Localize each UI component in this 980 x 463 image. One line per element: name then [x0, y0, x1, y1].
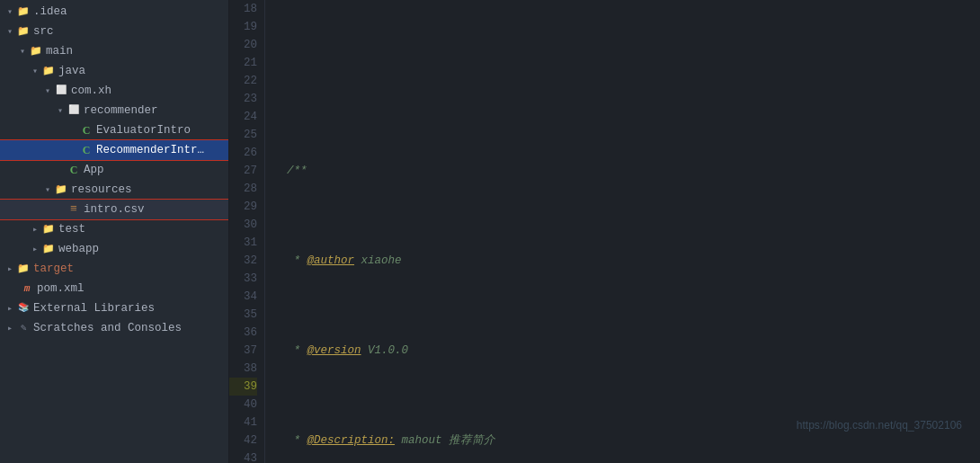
tree-item-scratches[interactable]: ✎ Scratches and Consoles	[0, 318, 228, 338]
tree-label-comxh: com.xh	[71, 85, 111, 97]
line-num-37: 37	[229, 342, 257, 360]
line-num-34: 34	[229, 288, 257, 306]
line-num-18: 18	[229, 0, 257, 18]
tree-label-pomxml: pom.xml	[37, 282, 85, 295]
tree-item-pomxml[interactable]: m pom.xml	[0, 279, 228, 298]
code-21: * @version V1.0.0	[287, 342, 408, 360]
folder-icon-resources	[54, 183, 68, 197]
code-19: /**	[287, 162, 307, 180]
code-content[interactable]: /** * @author xiaohe * @version V1.0.0 *…	[265, 0, 980, 463]
folder-icon-target: 📁	[16, 262, 31, 276]
line-num-29: 29	[229, 198, 257, 216]
line-num-24: 24	[229, 108, 257, 126]
java-icon-app: C	[67, 163, 81, 177]
code-area[interactable]: 18 19 20 21 22 23 24 25 26 27 28 29 30 3…	[229, 0, 980, 463]
file-tree: .idea src main java ⬜ com.xh	[0, 0, 228, 463]
tree-label-introcsv: intro.csv	[84, 203, 145, 216]
tree-label-evaluatorintro: EvaluatorIntro	[96, 124, 191, 137]
code-line-18	[274, 72, 980, 90]
tree-label-java: java	[58, 65, 85, 77]
tree-item-test[interactable]: test	[0, 219, 228, 239]
tree-item-target[interactable]: 📁 target	[0, 259, 228, 279]
tree-item-externallibs[interactable]: 📚 External Libraries	[0, 298, 228, 318]
code-editor: 18 19 20 21 22 23 24 25 26 27 28 29 30 3…	[229, 0, 980, 463]
arrow-scratches[interactable]	[4, 323, 16, 334]
arrow-target[interactable]	[4, 263, 16, 274]
code-20: * @author xiaohe	[287, 252, 402, 270]
line-num-35: 35	[229, 306, 257, 324]
arrow-externallibs[interactable]	[4, 303, 16, 314]
package-icon-comxh: ⬜	[54, 84, 68, 98]
tree-item-comxh[interactable]: ⬜ com.xh	[0, 81, 228, 101]
csv-icon-introcsv: ≡	[67, 202, 81, 217]
line-num-36: 36	[229, 324, 257, 342]
tree-label-idea: .idea	[33, 5, 67, 18]
tree-label-recommenderintro: RecommenderIntr…	[96, 144, 204, 156]
arrow-recommender[interactable]	[54, 105, 67, 116]
folder-icon-src	[16, 24, 31, 39]
java-icon-recommenderintro: C	[79, 143, 94, 157]
line-num-20: 20	[229, 36, 257, 54]
arrow-resources[interactable]	[41, 184, 54, 195]
tree-label-externallibs: External Libraries	[33, 302, 155, 315]
line-num-21: 21	[229, 54, 257, 72]
line-num-28: 28	[229, 180, 257, 198]
code-line-20: * @author xiaohe	[274, 252, 980, 270]
folder-icon-test	[41, 222, 56, 236]
tree-label-webapp: webapp	[58, 243, 99, 255]
tree-item-src[interactable]: src	[0, 22, 228, 41]
line-num-33: 33	[229, 270, 257, 288]
tree-item-resources[interactable]: resources	[0, 180, 228, 200]
tree-label-app: App	[84, 164, 104, 176]
line-num-22: 22	[229, 72, 257, 90]
folder-icon-webapp	[41, 242, 56, 256]
tree-item-recommenderintro[interactable]: C RecommenderIntr…	[0, 140, 228, 160]
line-num-19: 19	[229, 18, 257, 36]
tree-item-evaluatorintro[interactable]: C EvaluatorIntro	[0, 120, 228, 140]
code-line-22: * @Description: mahout 推荐简介	[274, 432, 980, 450]
package-icon-recommender: ⬜	[67, 103, 81, 118]
tree-item-main[interactable]: main	[0, 41, 228, 61]
tree-label-test: test	[58, 223, 85, 236]
tree-item-webapp[interactable]: webapp	[0, 239, 228, 259]
xml-icon-pomxml: m	[20, 281, 34, 296]
sidebar: .idea src main java ⬜ com.xh	[0, 0, 229, 463]
tree-item-introcsv[interactable]: ≡ intro.csv	[0, 200, 228, 219]
line-num-31: 31	[229, 234, 257, 252]
tree-label-src: src	[33, 25, 54, 38]
code-22: * @Description: mahout 推荐简介	[287, 432, 495, 450]
arrow-java[interactable]	[29, 66, 41, 76]
line-num-40: 40	[229, 396, 257, 414]
line-num-30: 30	[229, 216, 257, 234]
code-line-21: * @version V1.0.0	[274, 342, 980, 360]
scratches-icon: ✎	[16, 321, 31, 335]
line-num-23: 23	[229, 90, 257, 108]
arrow-src[interactable]	[4, 26, 16, 37]
line-num-41: 41	[229, 414, 257, 432]
tree-label-main: main	[46, 45, 73, 58]
line-numbers: 18 19 20 21 22 23 24 25 26 27 28 29 30 3…	[229, 0, 265, 463]
arrow-webapp[interactable]	[29, 244, 41, 254]
tree-item-idea[interactable]: .idea	[0, 2, 228, 22]
line-num-42: 42	[229, 432, 257, 450]
arrow-test[interactable]	[29, 224, 41, 235]
folder-icon-java	[41, 64, 56, 78]
line-num-38: 38	[229, 360, 257, 378]
arrow-comxh[interactable]	[41, 85, 54, 96]
tree-label-recommender: recommender	[84, 104, 158, 117]
arrow-idea[interactable]	[4, 6, 16, 17]
libs-icon-externallibs: 📚	[16, 301, 31, 316]
line-num-25: 25	[229, 126, 257, 144]
code-18	[287, 72, 294, 90]
line-num-26: 26	[229, 144, 257, 162]
folder-icon-main	[29, 44, 43, 58]
line-num-32: 32	[229, 252, 257, 270]
line-num-39: 39	[229, 378, 257, 396]
tree-label-target: target	[33, 263, 74, 275]
tree-item-recommender[interactable]: ⬜ recommender	[0, 101, 228, 120]
arrow-main[interactable]	[16, 46, 29, 57]
tree-item-app[interactable]: C App	[0, 160, 228, 180]
java-icon-evaluatorintro: C	[79, 123, 94, 138]
code-line-19: /**	[274, 162, 980, 180]
tree-item-java[interactable]: java	[0, 61, 228, 81]
